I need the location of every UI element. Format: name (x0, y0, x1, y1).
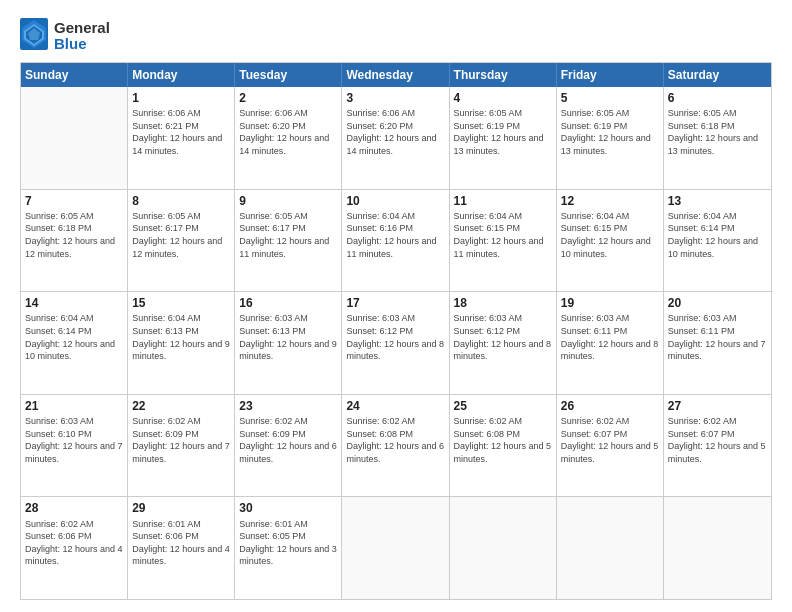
sunset: Sunset: 6:21 PM (132, 120, 230, 133)
sunrise: Sunrise: 6:01 AM (239, 518, 337, 531)
sunset: Sunset: 6:19 PM (561, 120, 659, 133)
day-number: 13 (668, 193, 767, 209)
day-number: 2 (239, 90, 337, 106)
daylight: Daylight: 12 hours and 6 minutes. (239, 440, 337, 465)
sunrise: Sunrise: 6:05 AM (132, 210, 230, 223)
calendar-body: 1Sunrise: 6:06 AMSunset: 6:21 PMDaylight… (21, 87, 771, 599)
calendar-header: SundayMondayTuesdayWednesdayThursdayFrid… (21, 63, 771, 87)
calendar-cell: 18Sunrise: 6:03 AMSunset: 6:12 PMDayligh… (450, 292, 557, 394)
day-info: Sunrise: 6:04 AMSunset: 6:14 PMDaylight:… (668, 210, 767, 260)
day-info: Sunrise: 6:02 AMSunset: 6:06 PMDaylight:… (25, 518, 123, 568)
sunrise: Sunrise: 6:03 AM (239, 312, 337, 325)
sunset: Sunset: 6:19 PM (454, 120, 552, 133)
sunrise: Sunrise: 6:04 AM (132, 312, 230, 325)
day-info: Sunrise: 6:05 AMSunset: 6:18 PMDaylight:… (25, 210, 123, 260)
sunset: Sunset: 6:05 PM (239, 530, 337, 543)
sunset: Sunset: 6:06 PM (132, 530, 230, 543)
sunset: Sunset: 6:07 PM (668, 428, 767, 441)
day-info: Sunrise: 6:01 AMSunset: 6:05 PMDaylight:… (239, 518, 337, 568)
day-number: 22 (132, 398, 230, 414)
sunrise: Sunrise: 6:02 AM (239, 415, 337, 428)
logo-icon (20, 18, 48, 50)
day-info: Sunrise: 6:04 AMSunset: 6:14 PMDaylight:… (25, 312, 123, 362)
day-number: 3 (346, 90, 444, 106)
calendar-cell: 8Sunrise: 6:05 AMSunset: 6:17 PMDaylight… (128, 190, 235, 292)
day-info: Sunrise: 6:06 AMSunset: 6:21 PMDaylight:… (132, 107, 230, 157)
sunrise: Sunrise: 6:06 AM (239, 107, 337, 120)
day-number: 21 (25, 398, 123, 414)
sunset: Sunset: 6:20 PM (239, 120, 337, 133)
calendar-cell (21, 87, 128, 189)
sunrise: Sunrise: 6:02 AM (346, 415, 444, 428)
page-header: General Blue (20, 18, 772, 54)
day-info: Sunrise: 6:02 AMSunset: 6:08 PMDaylight:… (346, 415, 444, 465)
calendar-cell: 4Sunrise: 6:05 AMSunset: 6:19 PMDaylight… (450, 87, 557, 189)
day-number: 8 (132, 193, 230, 209)
daylight: Daylight: 12 hours and 12 minutes. (25, 235, 123, 260)
calendar-cell (342, 497, 449, 599)
header-day-thursday: Thursday (450, 63, 557, 87)
sunrise: Sunrise: 6:03 AM (561, 312, 659, 325)
sunset: Sunset: 6:08 PM (346, 428, 444, 441)
day-number: 19 (561, 295, 659, 311)
day-info: Sunrise: 6:02 AMSunset: 6:07 PMDaylight:… (668, 415, 767, 465)
day-info: Sunrise: 6:05 AMSunset: 6:19 PMDaylight:… (454, 107, 552, 157)
daylight: Daylight: 12 hours and 11 minutes. (454, 235, 552, 260)
calendar-cell: 16Sunrise: 6:03 AMSunset: 6:13 PMDayligh… (235, 292, 342, 394)
calendar-row-2: 7Sunrise: 6:05 AMSunset: 6:18 PMDaylight… (21, 189, 771, 292)
sunrise: Sunrise: 6:04 AM (346, 210, 444, 223)
day-info: Sunrise: 6:04 AMSunset: 6:16 PMDaylight:… (346, 210, 444, 260)
daylight: Daylight: 12 hours and 13 minutes. (668, 132, 767, 157)
day-info: Sunrise: 6:04 AMSunset: 6:15 PMDaylight:… (561, 210, 659, 260)
calendar-cell: 10Sunrise: 6:04 AMSunset: 6:16 PMDayligh… (342, 190, 449, 292)
daylight: Daylight: 12 hours and 5 minutes. (454, 440, 552, 465)
daylight: Daylight: 12 hours and 14 minutes. (132, 132, 230, 157)
header-day-tuesday: Tuesday (235, 63, 342, 87)
day-number: 27 (668, 398, 767, 414)
day-info: Sunrise: 6:05 AMSunset: 6:19 PMDaylight:… (561, 107, 659, 157)
day-number: 11 (454, 193, 552, 209)
sunrise: Sunrise: 6:03 AM (454, 312, 552, 325)
day-number: 16 (239, 295, 337, 311)
day-number: 28 (25, 500, 123, 516)
calendar-row-1: 1Sunrise: 6:06 AMSunset: 6:21 PMDaylight… (21, 87, 771, 189)
calendar-cell: 30Sunrise: 6:01 AMSunset: 6:05 PMDayligh… (235, 497, 342, 599)
day-info: Sunrise: 6:02 AMSunset: 6:08 PMDaylight:… (454, 415, 552, 465)
calendar-cell: 5Sunrise: 6:05 AMSunset: 6:19 PMDaylight… (557, 87, 664, 189)
daylight: Daylight: 12 hours and 8 minutes. (454, 338, 552, 363)
daylight: Daylight: 12 hours and 5 minutes. (668, 440, 767, 465)
sunset: Sunset: 6:18 PM (25, 222, 123, 235)
day-info: Sunrise: 6:02 AMSunset: 6:09 PMDaylight:… (239, 415, 337, 465)
calendar-cell: 14Sunrise: 6:04 AMSunset: 6:14 PMDayligh… (21, 292, 128, 394)
daylight: Daylight: 12 hours and 8 minutes. (561, 338, 659, 363)
sunset: Sunset: 6:15 PM (454, 222, 552, 235)
day-number: 9 (239, 193, 337, 209)
day-number: 4 (454, 90, 552, 106)
calendar-cell: 7Sunrise: 6:05 AMSunset: 6:18 PMDaylight… (21, 190, 128, 292)
calendar-cell: 6Sunrise: 6:05 AMSunset: 6:18 PMDaylight… (664, 87, 771, 189)
sunset: Sunset: 6:15 PM (561, 222, 659, 235)
sunset: Sunset: 6:07 PM (561, 428, 659, 441)
calendar-row-5: 28Sunrise: 6:02 AMSunset: 6:06 PMDayligh… (21, 496, 771, 599)
sunrise: Sunrise: 6:05 AM (561, 107, 659, 120)
sunrise: Sunrise: 6:05 AM (239, 210, 337, 223)
day-number: 25 (454, 398, 552, 414)
calendar-cell (557, 497, 664, 599)
day-number: 26 (561, 398, 659, 414)
daylight: Daylight: 12 hours and 13 minutes. (561, 132, 659, 157)
daylight: Daylight: 12 hours and 7 minutes. (132, 440, 230, 465)
sunrise: Sunrise: 6:04 AM (561, 210, 659, 223)
daylight: Daylight: 12 hours and 10 minutes. (561, 235, 659, 260)
calendar-cell: 3Sunrise: 6:06 AMSunset: 6:20 PMDaylight… (342, 87, 449, 189)
sunset: Sunset: 6:13 PM (239, 325, 337, 338)
sunset: Sunset: 6:12 PM (346, 325, 444, 338)
sunrise: Sunrise: 6:02 AM (561, 415, 659, 428)
calendar-cell: 22Sunrise: 6:02 AMSunset: 6:09 PMDayligh… (128, 395, 235, 497)
sunset: Sunset: 6:09 PM (132, 428, 230, 441)
day-info: Sunrise: 6:06 AMSunset: 6:20 PMDaylight:… (346, 107, 444, 157)
sunset: Sunset: 6:11 PM (561, 325, 659, 338)
day-info: Sunrise: 6:01 AMSunset: 6:06 PMDaylight:… (132, 518, 230, 568)
day-number: 20 (668, 295, 767, 311)
sunrise: Sunrise: 6:04 AM (668, 210, 767, 223)
header-day-sunday: Sunday (21, 63, 128, 87)
